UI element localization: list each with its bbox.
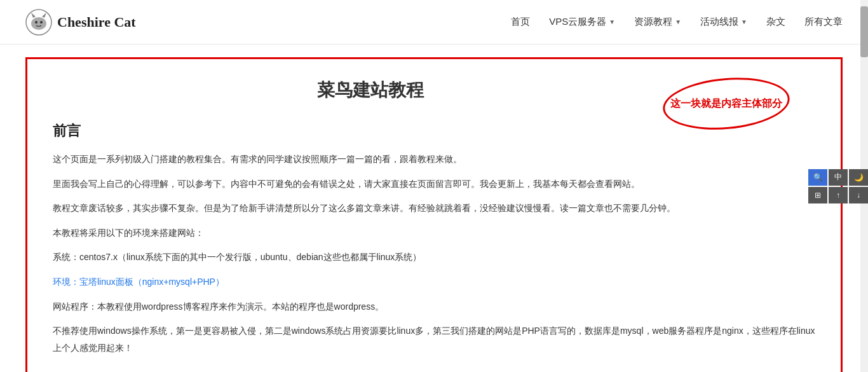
toolbar-btn-night[interactable]: 🌙 [849, 169, 868, 186]
toolbar-btn-search[interactable]: 🔍 [808, 169, 827, 186]
logo-text: Cheshire Cat [57, 14, 136, 31]
paragraph-5: 系统：centos7.x（linux系统下面的其中一个发行版，ubuntu、de… [53, 249, 815, 266]
svg-point-1 [31, 17, 46, 30]
paragraph-6: 环境：宝塔linux面板（nginx+mysql+PHP） [53, 273, 815, 291]
svg-point-5 [40, 21, 43, 24]
paragraph-7: 网站程序：本教程使用wordpress博客程序来作为演示。本站的程序也是word… [53, 298, 815, 315]
paragraph-8: 不推荐使用windows操作系统，第一是更容易被入侵，第二是windows系统占… [53, 322, 815, 356]
nav-resources-arrow: ▼ [675, 18, 681, 25]
toolbar-btn-down[interactable]: ↓ [849, 187, 868, 203]
content-box: 这一块就是内容主体部分 菜鸟建站教程 前言 这个页面是一系列初级入门搭建的教程集… [25, 57, 843, 372]
svg-point-4 [35, 21, 37, 24]
toolbar-btn-up[interactable]: ↑ [829, 187, 848, 203]
nav-vps[interactable]: VPS云服务器 ▼ [549, 13, 615, 31]
nav-events[interactable]: 活动线报 ▼ [700, 13, 747, 31]
header: Cheshire Cat 首页 VPS云服务器 ▼ 资源教程 ▼ 活动线报 ▼ … [0, 0, 868, 45]
logo-area[interactable]: Cheshire Cat [25, 9, 136, 36]
nav-vps-arrow: ▼ [609, 18, 615, 25]
nav-resources[interactable]: 资源教程 ▼ [634, 13, 681, 31]
paragraph-1: 这个页面是一系列初级入门搭建的教程集合。有需求的同学建议按照顺序一篇一篇的看，跟… [53, 151, 815, 168]
nav-all-articles[interactable]: 所有文章 [804, 13, 843, 31]
nav-events-arrow: ▼ [741, 18, 747, 25]
toolbar-btn-grid[interactable]: ⊞ [808, 187, 827, 203]
toolbar-row-1: 🔍 中 🌙 [808, 169, 868, 186]
main-nav: 首页 VPS云服务器 ▼ 资源教程 ▼ 活动线报 ▼ 杂文 所有文章 [511, 13, 843, 31]
main-content: 这一块就是内容主体部分 菜鸟建站教程 前言 这个页面是一系列初级入门搭建的教程集… [0, 57, 868, 372]
right-toolbar: 🔍 中 🌙 ⊞ ↑ ↓ [808, 169, 868, 203]
annotation-text: 这一块就是内容主体部分 [670, 97, 782, 111]
paragraph-3: 教程文章废话较多，其实步骤不复杂。但是为了给新手讲清楚所以分了这么多篇文章来讲。… [53, 200, 815, 217]
scrollbar-thumb[interactable] [860, 6, 868, 57]
nav-home[interactable]: 首页 [511, 13, 530, 31]
logo-icon [25, 9, 52, 36]
paragraph-4: 本教程将采用以下的环境来搭建网站： [53, 224, 815, 242]
nav-misc[interactable]: 杂文 [766, 13, 785, 31]
paragraph-2: 里面我会写上自己的心得理解，可以参考下。内容中不可避免的会有错误之处，请大家直接… [53, 176, 815, 193]
toolbar-btn-lang[interactable]: 中 [829, 169, 848, 186]
toolbar-row-2: ⊞ ↑ ↓ [808, 187, 868, 203]
